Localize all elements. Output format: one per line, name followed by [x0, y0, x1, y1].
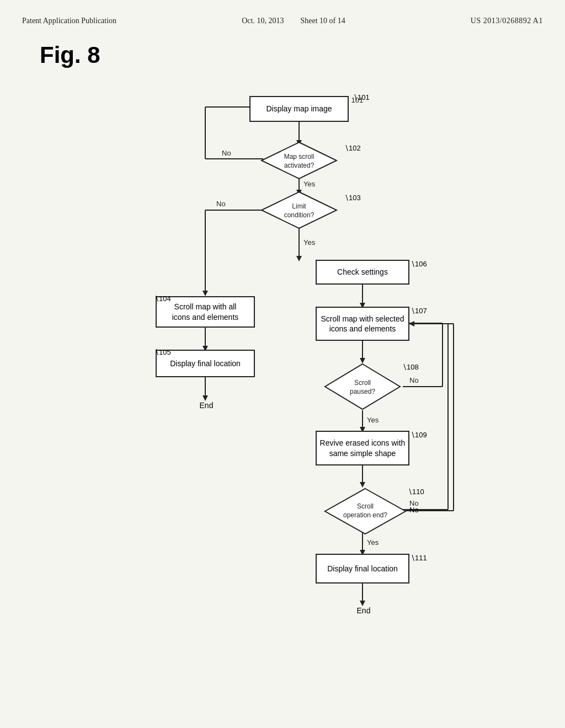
label-104: ∖104 — [154, 295, 171, 303]
svg-text:Yes: Yes — [367, 538, 379, 547]
svg-text:Yes: Yes — [367, 416, 379, 424]
label-110: ∖110 — [408, 488, 424, 496]
header-right: US 2013/0268892 A1 — [471, 17, 543, 25]
fig-label: Fig. 8 — [40, 42, 100, 68]
node-106: Check settings — [316, 260, 409, 285]
node-102-container: Map scroll activated? — [266, 144, 332, 177]
label-102: ∖102 — [344, 144, 361, 152]
node-107: Scroll map with selectedicons and elemen… — [316, 307, 409, 341]
svg-text:No: No — [216, 200, 226, 208]
svg-marker-58 — [409, 321, 414, 326]
svg-text:Yes: Yes — [303, 238, 316, 247]
loop-svg — [34, 36, 531, 687]
no-label-110: No — [409, 506, 419, 514]
node-111: Display final location — [316, 554, 409, 584]
diagram-area: Fig. 8 Yes No Yes No — [34, 36, 531, 687]
svg-text:activated?: activated? — [284, 162, 315, 169]
node-109: Revive erased icons withsame simple shap… — [316, 431, 409, 465]
label-105: ∖105 — [154, 348, 171, 356]
svg-text:operation end?: operation end? — [343, 511, 387, 519]
page: Patent Application Publication Oct. 10, … — [0, 0, 565, 728]
svg-text:No: No — [222, 149, 231, 157]
node-110-container: Scroll operation end? — [324, 488, 407, 535]
svg-marker-43 — [262, 142, 337, 179]
label-103: ∖103 — [344, 194, 361, 202]
svg-text:Scroll: Scroll — [357, 502, 374, 510]
svg-marker-46 — [262, 192, 337, 228]
label-107: ∖107 — [411, 307, 427, 315]
node-101: Display map image — [249, 96, 349, 122]
svg-text:condition?: condition? — [284, 211, 315, 219]
svg-text:paused?: paused? — [350, 388, 375, 395]
svg-text:No: No — [409, 376, 419, 384]
svg-marker-49 — [325, 364, 400, 409]
svg-text:Map scroll: Map scroll — [284, 153, 315, 160]
label-108: ∖108 — [402, 363, 419, 371]
svg-text:Limit: Limit — [292, 202, 306, 210]
node-108-container: Scroll paused? — [324, 363, 401, 410]
svg-marker-11 — [296, 256, 302, 261]
svg-text:Scroll: Scroll — [354, 379, 371, 387]
svg-marker-34 — [360, 482, 365, 488]
label-111: ∖111 — [411, 554, 427, 562]
label-106: ∖106 — [411, 260, 427, 268]
svg-marker-22 — [202, 395, 208, 401]
header-center: Oct. 10, 2013 Sheet 10 of 14 — [242, 17, 345, 25]
label-109: ∖109 — [411, 431, 427, 439]
node-103-container: Limit condition? — [266, 194, 332, 227]
end-label-2: End — [353, 606, 375, 615]
header-left: Patent Application Publication — [22, 17, 116, 25]
flowchart-svg: Yes No Yes No — [34, 36, 531, 687]
svg-marker-42 — [360, 601, 365, 606]
svg-marker-16 — [202, 291, 208, 296]
end-label-1: End — [195, 401, 217, 410]
page-header: Patent Application Publication Oct. 10, … — [22, 17, 543, 25]
svg-text:Yes: Yes — [303, 180, 316, 188]
